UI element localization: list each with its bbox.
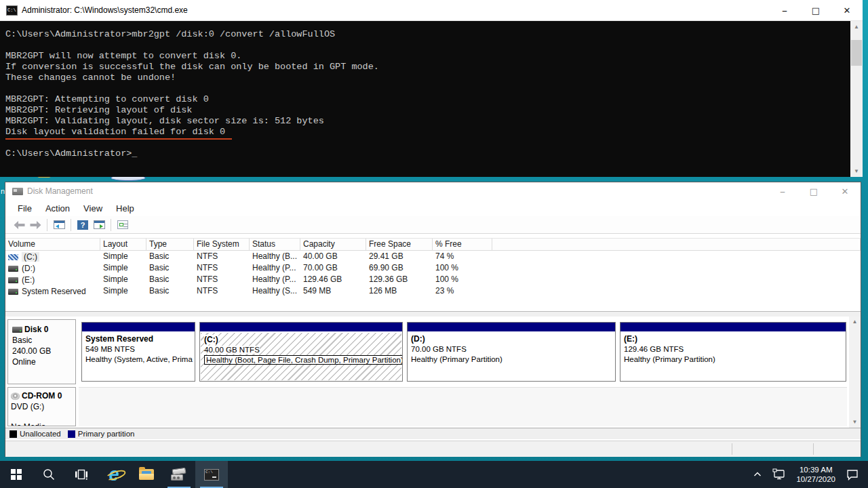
disk-management-app-icon [12, 188, 23, 195]
prompt-text: C:\Users\Administrator> [5, 148, 132, 159]
maximize-button[interactable]: □ [798, 182, 829, 200]
column-header-pctfree[interactable]: % Free [433, 239, 492, 251]
console-line [5, 40, 850, 51]
cell-freespace: 129.36 GB [366, 274, 433, 285]
scrollbar-thumb[interactable] [851, 40, 862, 66]
menu-view[interactable]: View [77, 201, 109, 216]
scroll-up-icon[interactable]: ▲ [849, 317, 861, 327]
search-icon [42, 468, 56, 481]
column-header-type[interactable]: Type [146, 239, 194, 251]
help-button[interactable]: ? [75, 218, 91, 232]
cdrom-drive-letter: DVD (G:) [11, 401, 75, 412]
maximize-button[interactable]: □ [800, 0, 831, 20]
disk0-size: 240.00 GB [12, 346, 75, 357]
menu-action[interactable]: Action [39, 201, 77, 216]
search-button[interactable] [33, 461, 65, 488]
pane-splitter[interactable] [5, 311, 861, 317]
partition-name: (C:) [204, 335, 218, 344]
cell-layout: Simple [100, 274, 146, 285]
cmd-icon [204, 469, 219, 481]
tray-chevron-button[interactable] [747, 461, 768, 488]
graphical-view-pane: Disk 0 Basic 240.00 GB Online System Res… [5, 317, 861, 428]
table-row[interactable]: (D:) Simple Basic NTFS Healthy (P... 70.… [5, 262, 861, 274]
cell-pctfree: 100 % [433, 274, 492, 285]
partition-status: Healthy (Boot, Page File, Crash Dump, Pr… [204, 355, 403, 365]
dm-titlebar[interactable]: Disk Management – □ ✕ [5, 182, 861, 200]
scroll-down-icon[interactable]: ▼ [849, 417, 861, 428]
properties-button[interactable] [115, 218, 131, 232]
close-button[interactable]: ✕ [829, 182, 861, 200]
partition-size: 549 MB NTFS [85, 344, 191, 354]
table-row[interactable]: System Reserved Simple Basic NTFS Health… [5, 285, 861, 297]
action-pane-button[interactable] [91, 218, 107, 232]
windows-logo-icon [11, 469, 22, 480]
cdrom-empty-area [79, 387, 847, 426]
toolbar: ? [5, 216, 861, 234]
cell-layout: Simple [100, 285, 146, 297]
cmd-taskbar-button[interactable] [195, 461, 228, 488]
console-line: If conversion is successful the disk can… [5, 62, 850, 73]
scroll-down-icon[interactable]: ▼ [850, 165, 863, 177]
partition-c[interactable]: (C:) 40.00 GB NTFS Healthy (Boot, Page F… [199, 322, 403, 382]
cell-type: Basic [146, 262, 194, 274]
internet-explorer-button[interactable]: e [98, 461, 130, 488]
cell-type: Basic [146, 251, 194, 262]
disk0-status: Online [12, 357, 75, 367]
back-button[interactable] [11, 218, 27, 232]
console-tree-button[interactable] [51, 218, 67, 232]
table-row[interactable]: (C:) Simple Basic NTFS Healthy (B... 40.… [5, 251, 861, 262]
console-scrollbar[interactable]: ▲ ▼ [850, 21, 863, 177]
table-row[interactable]: (E:) Simple Basic NTFS Healthy (P... 129… [5, 274, 861, 285]
partition-size: 40.00 GB NTFS [204, 346, 260, 354]
volume-name: System Reserved [22, 287, 86, 296]
partition-size: 129.46 GB NTFS [624, 344, 842, 354]
unallocated-swatch [9, 430, 17, 438]
column-header-freespace[interactable]: Free Space [366, 239, 433, 251]
clock-date: 10/27/2020 [796, 474, 835, 484]
action-center-button[interactable] [841, 461, 864, 488]
task-view-button[interactable] [65, 461, 98, 488]
text-cursor: _ [132, 148, 137, 159]
column-header-capacity[interactable]: Capacity [300, 239, 366, 251]
minimize-button[interactable]: – [769, 0, 800, 20]
column-header-filler [492, 239, 861, 251]
file-explorer-button[interactable] [130, 461, 163, 488]
graphical-view-scrollbar[interactable]: ▲ ▼ [849, 317, 861, 428]
disk-management-taskbar-button[interactable] [163, 461, 195, 488]
minimize-button[interactable]: – [767, 182, 798, 200]
cell-status: Healthy (S... [250, 285, 300, 297]
column-header-filesystem[interactable]: File System [194, 239, 250, 251]
cell-capacity: 549 MB [300, 285, 366, 297]
cell-status: Healthy (P... [250, 262, 300, 274]
menu-help[interactable]: Help [109, 201, 141, 216]
cell-filesystem: NTFS [194, 274, 250, 285]
legend-label: Primary partition [78, 430, 135, 438]
legend-bar: Unallocated Primary partition [5, 428, 861, 439]
cdrom-info-panel[interactable]: CD-ROM 0 DVD (G:) No Media [7, 387, 76, 426]
statusbar-separator [732, 443, 732, 455]
start-button[interactable] [0, 461, 33, 488]
scroll-up-icon[interactable]: ▲ [850, 21, 863, 33]
column-header-volume[interactable]: Volume [5, 239, 100, 251]
properties-icon [117, 220, 128, 229]
cell-pctfree: 23 % [433, 285, 492, 297]
close-button[interactable]: ✕ [831, 0, 863, 20]
forward-button[interactable] [27, 218, 43, 232]
cmd-titlebar[interactable]: C:\ Administrator: C:\Windows\system32\c… [0, 0, 863, 21]
partition-name: System Reserved [85, 334, 191, 344]
partition-e[interactable]: (E:) 129.46 GB NTFS Healthy (Primary Par… [620, 322, 846, 382]
column-header-status[interactable]: Status [250, 239, 300, 251]
partition-name: (E:) [624, 334, 842, 344]
cmd-window: C:\ Administrator: C:\Windows\system32\c… [0, 0, 863, 177]
partition-system-reserved[interactable]: System Reserved 549 MB NTFS Healthy (Sys… [81, 322, 195, 382]
disk0-info-panel[interactable]: Disk 0 Basic 240.00 GB Online [7, 319, 76, 384]
taskbar-clock[interactable]: 10:39 AM 10/27/2020 [791, 465, 841, 484]
partition-d[interactable]: (D:) 70.00 GB NTFS Healthy (Primary Part… [407, 322, 616, 382]
disk0-name: Disk 0 [24, 324, 48, 335]
partition-color-bar [200, 323, 402, 332]
partition-status: Healthy (Primary Partition) [411, 354, 612, 365]
network-status-button[interactable] [768, 461, 791, 488]
console-output: C:\Users\Administrator>mbr2gpt /disk:0 /… [0, 21, 850, 177]
column-header-layout[interactable]: Layout [100, 239, 146, 251]
menu-file[interactable]: File [11, 201, 39, 216]
